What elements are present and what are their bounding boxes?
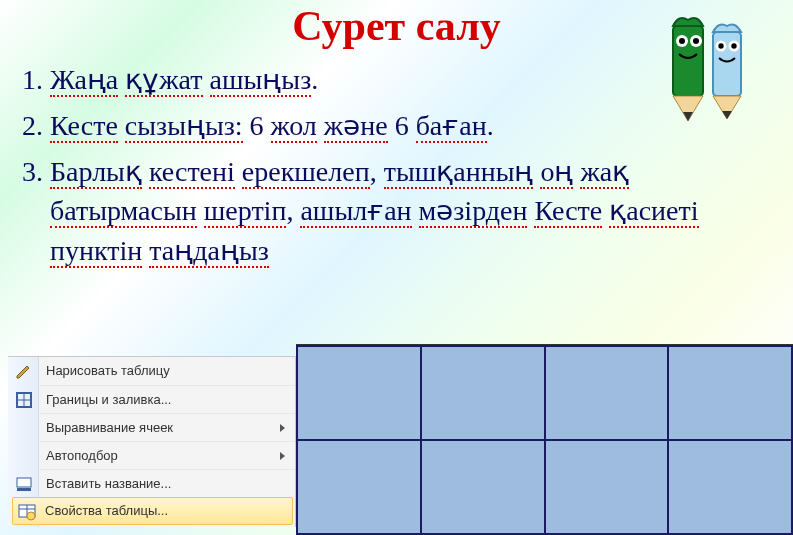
step-3: Барлық кестені ерекшелеп, тышқанның оң ж… bbox=[50, 152, 763, 271]
table-cell bbox=[668, 346, 792, 440]
borders-icon bbox=[14, 390, 34, 410]
table-grid bbox=[296, 344, 793, 527]
menu-item-insert-caption[interactable]: Вставить название... bbox=[40, 469, 295, 497]
menu-label: Нарисовать таблицу bbox=[46, 357, 170, 385]
step-2: Кесте сызыңыз: 6 жол және 6 баған. bbox=[50, 106, 763, 146]
table-cell bbox=[545, 346, 669, 440]
t: Кесте bbox=[534, 195, 602, 228]
menu-item-borders-fill[interactable]: Границы и заливка... bbox=[40, 385, 295, 413]
step-1: Жаңа құжат ашыңыз. bbox=[50, 60, 763, 100]
t: және bbox=[324, 110, 388, 143]
caption-icon bbox=[14, 474, 34, 494]
t: сызыңыз: bbox=[125, 110, 243, 143]
t: Кесте bbox=[50, 110, 118, 143]
t: ашылған bbox=[300, 195, 411, 228]
chevron-right-icon bbox=[280, 424, 285, 432]
table bbox=[296, 345, 793, 535]
t: , bbox=[370, 156, 377, 187]
menu-label: Выравнивание ячеек bbox=[46, 414, 173, 442]
instructions-list: Жаңа құжат ашыңыз. Кесте сызыңыз: 6 жол … bbox=[22, 60, 763, 277]
menu-label: Границы и заливка... bbox=[46, 386, 171, 414]
t: . bbox=[487, 110, 494, 141]
t: батырмасын bbox=[50, 195, 197, 228]
svg-point-4 bbox=[679, 38, 685, 44]
t: пунктін bbox=[50, 235, 142, 268]
t: ерекшелеп bbox=[242, 156, 370, 189]
t: оң bbox=[540, 156, 573, 189]
context-menu: Нарисовать таблицу Границы и заливка... … bbox=[8, 356, 296, 527]
svg-point-13 bbox=[731, 43, 736, 48]
menu-item-cell-align[interactable]: Выравнивание ячеек bbox=[40, 413, 295, 441]
t: , bbox=[286, 195, 293, 226]
t: мәзірден bbox=[419, 195, 528, 228]
svg-rect-18 bbox=[17, 488, 31, 491]
t: ашыңыз bbox=[210, 64, 312, 97]
svg-point-11 bbox=[718, 43, 723, 48]
svg-point-22 bbox=[27, 512, 35, 520]
table-cell bbox=[668, 440, 792, 534]
t: тышқанның bbox=[384, 156, 534, 189]
pencil-icon bbox=[14, 361, 34, 381]
t: қасиеті bbox=[609, 195, 698, 228]
slide: Сурет салу Жаңа құжат bbox=[0, 0, 793, 535]
table-cell bbox=[297, 346, 421, 440]
t: Жаңа bbox=[50, 64, 118, 97]
menu-item-draw-table[interactable]: Нарисовать таблицу bbox=[40, 357, 295, 385]
t: баған bbox=[416, 110, 487, 143]
t: кестені bbox=[149, 156, 235, 189]
menu-label: Вставить название... bbox=[46, 470, 171, 498]
menu-label: Автоподбор bbox=[46, 442, 118, 470]
t: 6 bbox=[395, 110, 409, 141]
table-cell bbox=[297, 440, 421, 534]
table-properties-icon bbox=[17, 502, 37, 522]
svg-rect-17 bbox=[17, 478, 31, 487]
table-cell bbox=[421, 346, 545, 440]
table-cell bbox=[421, 440, 545, 534]
menu-label: Свойства таблицы... bbox=[45, 497, 168, 525]
t: шертіп bbox=[204, 195, 287, 228]
t: 6 bbox=[250, 110, 264, 141]
menu-item-autofit[interactable]: Автоподбор bbox=[40, 441, 295, 469]
menu-items: Нарисовать таблицу Границы и заливка... … bbox=[8, 357, 295, 525]
t: жол bbox=[271, 110, 317, 143]
svg-point-6 bbox=[693, 38, 699, 44]
t: жақ bbox=[580, 156, 629, 189]
table-row bbox=[297, 346, 792, 440]
menu-item-table-properties[interactable]: Свойства таблицы... bbox=[12, 497, 293, 525]
t: таңдаңыз bbox=[149, 235, 269, 268]
table-cell bbox=[545, 440, 669, 534]
t: . bbox=[311, 64, 318, 95]
table-row bbox=[297, 440, 792, 534]
t: құжат bbox=[125, 64, 202, 97]
t: Барлық bbox=[50, 156, 142, 189]
chevron-right-icon bbox=[280, 452, 285, 460]
